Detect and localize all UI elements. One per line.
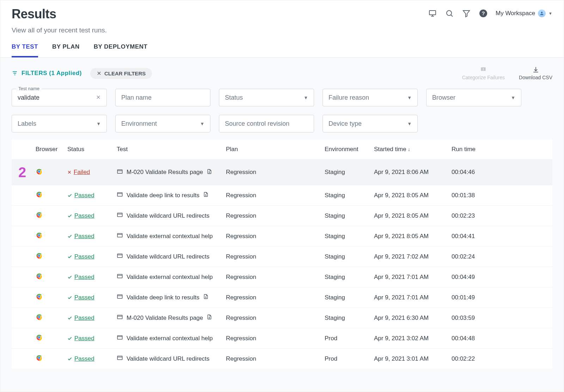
- source-control-select[interactable]: Source control revision: [219, 115, 314, 132]
- status-link[interactable]: Passed: [67, 253, 111, 260]
- table-row[interactable]: PassedValidate external contextual helpR…: [12, 328, 552, 349]
- cell-browser: [33, 160, 65, 185]
- page-title: Results: [12, 7, 107, 21]
- table-row[interactable]: 2FailedM-020 Validate Results pageRegres…: [12, 160, 552, 185]
- plan-name-label: Plan name: [121, 94, 152, 101]
- table-row[interactable]: PassedValidate wildcard URL redirectsReg…: [12, 247, 552, 267]
- cell-started: Apr 9, 2021 6:30 AM: [371, 308, 449, 328]
- col-test[interactable]: Test: [114, 139, 223, 160]
- col-started[interactable]: Started time↓: [371, 139, 449, 160]
- cell-environment: Staging: [322, 226, 371, 247]
- table-row[interactable]: PassedValidate wildcard URL redirectsReg…: [12, 349, 552, 369]
- svg-point-76: [38, 357, 40, 359]
- table-row[interactable]: PassedValidate external contextual helpR…: [12, 267, 552, 287]
- status-label: Status: [225, 94, 243, 101]
- table-row[interactable]: PassedValidate wildcard URL redirectsReg…: [12, 206, 552, 226]
- help-icon[interactable]: ?: [479, 9, 488, 18]
- cell-test[interactable]: Validate external contextual help: [117, 334, 220, 342]
- cell-runtime: 00:04:49: [449, 267, 552, 287]
- status-link[interactable]: Passed: [67, 192, 111, 199]
- window-icon: [117, 355, 123, 363]
- cell-started: Apr 9, 2021 7:02 AM: [371, 247, 449, 267]
- browser-select[interactable]: Browser▼: [426, 89, 521, 106]
- cell-browser: [33, 206, 65, 226]
- tab-by-test[interactable]: BY TEST: [12, 43, 38, 57]
- cell-environment: Staging: [322, 267, 371, 287]
- cell-test[interactable]: Validate external contextual help: [117, 273, 220, 281]
- chrome-icon: [36, 295, 43, 301]
- workspace-switcher[interactable]: My Workspace ▼: [496, 10, 552, 17]
- chrome-icon: [36, 356, 43, 363]
- svg-point-71: [38, 336, 40, 338]
- cell-runtime: 00:04:41: [449, 226, 552, 247]
- clear-filters-button[interactable]: CLEAR FILTERS: [90, 68, 152, 79]
- status-select[interactable]: Status▼: [219, 89, 314, 106]
- cell-browser: [33, 287, 65, 308]
- status-link[interactable]: Passed: [67, 212, 111, 219]
- cell-test[interactable]: Validate deep link to results: [117, 191, 220, 199]
- search-icon[interactable]: [445, 9, 454, 18]
- col-plan[interactable]: Plan: [223, 139, 322, 160]
- avatar-icon: [538, 10, 546, 17]
- cell-runtime: 00:04:46: [449, 160, 552, 185]
- chrome-icon: [36, 274, 43, 281]
- svg-rect-58: [117, 295, 122, 299]
- window-icon: [117, 334, 123, 342]
- row-marker: 2: [18, 164, 26, 180]
- filter-icon[interactable]: [462, 9, 471, 18]
- cell-runtime: 00:02:23: [449, 206, 552, 226]
- device-type-select[interactable]: Device type▼: [323, 115, 418, 132]
- col-environment[interactable]: Environment: [322, 139, 371, 160]
- clear-test-name-icon[interactable]: [93, 94, 101, 101]
- filters-toggle[interactable]: FILTERS (1 Applied): [12, 70, 82, 77]
- table-row[interactable]: PassedValidate deep link to resultsRegre…: [12, 287, 552, 308]
- view-tabs: BY TESTBY PLANBY DEPLOYMENT: [0, 34, 564, 58]
- table-row[interactable]: PassedValidate external contextual helpR…: [12, 226, 552, 247]
- cell-plan: Regression: [223, 287, 322, 308]
- status-link[interactable]: Passed: [67, 315, 111, 322]
- cell-environment: Staging: [322, 206, 371, 226]
- col-browser[interactable]: Browser: [33, 139, 65, 160]
- chrome-icon: [36, 193, 43, 199]
- cell-plan: Regression: [223, 308, 322, 328]
- svg-rect-48: [117, 254, 122, 258]
- monitor-icon[interactable]: [428, 9, 437, 18]
- cell-test[interactable]: Validate external contextual help: [117, 232, 220, 240]
- col-runtime[interactable]: Run time: [449, 139, 552, 160]
- table-row[interactable]: PassedValidate deep link to resultsRegre…: [12, 185, 552, 206]
- status-link[interactable]: Failed: [67, 169, 111, 176]
- svg-point-21: [38, 170, 40, 173]
- environment-select[interactable]: Environment▼: [115, 115, 210, 132]
- cell-test[interactable]: Validate deep link to results: [117, 293, 220, 301]
- labels-label: Labels: [18, 120, 36, 127]
- col-status[interactable]: Status: [65, 139, 114, 160]
- device-type-label: Device type: [329, 120, 362, 127]
- download-csv-button[interactable]: Download CSV: [519, 66, 552, 80]
- cell-runtime: 00:04:48: [449, 328, 552, 349]
- tab-by-deployment[interactable]: BY DEPLOYMENT: [94, 43, 148, 57]
- cell-test[interactable]: Validate wildcard URL redirects: [117, 253, 220, 261]
- cell-test[interactable]: M-020 Validate Results page: [117, 314, 220, 322]
- document-icon: [207, 314, 212, 322]
- cell-test[interactable]: M-020 Validate Results page: [117, 168, 220, 176]
- status-link[interactable]: Passed: [67, 233, 111, 240]
- chevron-down-icon: ▼: [96, 121, 101, 126]
- test-name-input[interactable]: Test name: [12, 89, 107, 106]
- tab-by-plan[interactable]: BY PLAN: [52, 43, 80, 57]
- cell-started: Apr 9, 2021 8:05 AM: [371, 226, 449, 247]
- status-link[interactable]: Passed: [67, 335, 111, 342]
- table-row[interactable]: PassedM-020 Validate Results pageRegress…: [12, 308, 552, 328]
- cell-browser: [33, 328, 65, 349]
- status-link[interactable]: Passed: [67, 355, 111, 362]
- cell-test[interactable]: Validate wildcard URL redirects: [117, 212, 220, 220]
- cell-started: Apr 9, 2021 8:06 AM: [371, 160, 449, 185]
- failure-reason-select[interactable]: Failure reason▼: [323, 89, 418, 106]
- test-name-field[interactable]: [18, 94, 93, 101]
- status-link[interactable]: Passed: [67, 294, 111, 301]
- test-name-field-label: Test name: [16, 86, 42, 91]
- cell-started: Apr 9, 2021 7:01 AM: [371, 287, 449, 308]
- cell-test[interactable]: Validate wildcard URL redirects: [117, 355, 220, 363]
- plan-name-select[interactable]: Plan name: [115, 89, 210, 106]
- status-link[interactable]: Passed: [67, 274, 111, 281]
- labels-select[interactable]: Labels▼: [12, 115, 107, 132]
